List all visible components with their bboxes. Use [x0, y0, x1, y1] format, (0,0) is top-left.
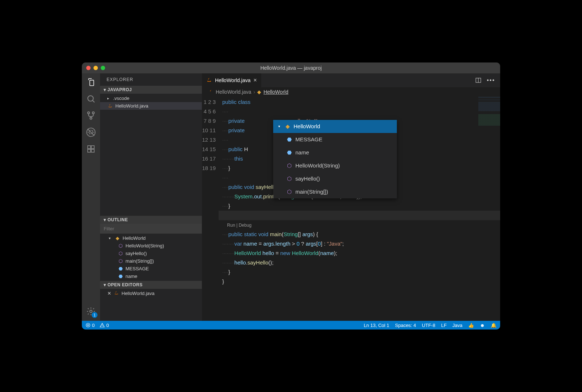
warning-count: 0	[106, 323, 109, 328]
outline-item[interactable]: ⬡sayHello()	[100, 250, 202, 257]
thumbs-up-icon[interactable]: 👍	[468, 323, 474, 328]
outline-tree: ▾ ◆ HelloWorld ⬡HelloWorld(String) ⬡sayH…	[100, 234, 202, 281]
breadcrumb-symbol: HelloWorld	[263, 89, 288, 95]
svg-point-3	[90, 117, 92, 119]
settings-badge: 1	[92, 312, 97, 318]
tab-label: HelloWorld.java	[215, 77, 251, 83]
editor-tab[interactable]: HelloWorld.java ×	[202, 73, 261, 87]
outline-item[interactable]: ⬣name	[100, 272, 202, 280]
feedback-icon[interactable]: ☻	[480, 323, 485, 328]
line-gutter: 1 2 3 4 5 6 7 8 9 10 11 12 13 14 15 16 1…	[202, 97, 222, 321]
outline-item[interactable]: ⬡HelloWorld(String)	[100, 242, 202, 250]
dropdown-item-label: MESSAGE	[295, 135, 322, 144]
window-title: HelloWorld.java — javaproj	[82, 65, 500, 71]
dropdown-item-label: HelloWorld	[294, 122, 320, 131]
outline-filter-input[interactable]	[100, 224, 202, 234]
code-area[interactable]: 1 2 3 4 5 6 7 8 9 10 11 12 13 14 15 16 1…	[202, 97, 500, 321]
close-window-button[interactable]	[86, 66, 91, 70]
dropdown-item-label: main(String[])	[295, 187, 328, 197]
status-errors[interactable]: 0	[85, 323, 95, 328]
symbol-dropdown: ▾ ◆ HelloWorld ⬣MESSAGE ⬣name ⬡HelloWorl…	[273, 120, 397, 198]
outline-item-label: name	[125, 274, 137, 279]
chevron-down-icon: ▾	[104, 87, 106, 92]
status-encoding[interactable]: UTF-8	[422, 323, 435, 328]
sidebar-title: EXPLORER	[100, 73, 202, 86]
outline-item-label: sayHello()	[125, 251, 147, 256]
status-spaces[interactable]: Spaces: 4	[395, 323, 416, 328]
dropdown-item[interactable]: ⬣MESSAGE	[273, 133, 397, 146]
minimap[interactable]	[478, 97, 500, 140]
svg-point-9	[90, 310, 92, 313]
tab-bar: HelloWorld.java × •••	[202, 73, 500, 87]
svg-rect-5	[88, 146, 91, 149]
status-eol[interactable]: LF	[441, 323, 447, 328]
status-bar: 0 0 Ln 13, Col 1 Spaces: 4 UTF-8 LF Java…	[82, 321, 500, 330]
method-icon: ⬡	[287, 187, 292, 197]
dropdown-item[interactable]: ⬡HelloWorld(String)	[273, 159, 397, 172]
class-icon: ◆	[286, 122, 290, 131]
open-editors-header[interactable]: ▾ OPEN EDITORS	[100, 281, 202, 289]
chevron-down-icon: ▾	[109, 236, 112, 240]
outline-item[interactable]: ⬡main(String[])	[100, 257, 202, 265]
open-editor-row[interactable]: ✕ HelloWorld.java	[100, 290, 202, 297]
dropdown-item[interactable]: ⬣name	[273, 146, 397, 159]
breadcrumb[interactable]: HelloWorld.java › ◆ HelloWorld	[202, 87, 500, 97]
method-icon: ⬡	[117, 258, 123, 264]
svg-point-0	[88, 96, 93, 101]
chevron-down-icon: ▾	[104, 282, 106, 287]
close-icon[interactable]: ✕	[107, 291, 111, 296]
main-area: 1 EXPLORER ▾ JAVAPROJ ▸ .vscode HelloWor…	[82, 73, 500, 321]
window-controls	[86, 66, 105, 70]
extensions-icon[interactable]	[86, 144, 96, 154]
dropdown-item[interactable]: ⬡sayHello()	[273, 172, 397, 185]
field-icon: ⬣	[287, 148, 292, 157]
close-tab-icon[interactable]: ×	[254, 77, 257, 84]
outline-item[interactable]: ⬣MESSAGE	[100, 265, 202, 272]
more-actions-icon[interactable]: •••	[487, 77, 495, 84]
outline-filter	[100, 224, 202, 234]
svg-rect-8	[91, 146, 94, 149]
chevron-right-icon: ▸	[107, 96, 111, 100]
file-row[interactable]: HelloWorld.java	[100, 102, 202, 110]
dropdown-item[interactable]: ⬡main(String[])	[273, 185, 397, 198]
maximize-window-button[interactable]	[101, 66, 105, 70]
source-control-icon[interactable]	[86, 110, 96, 121]
outline-label: OUTLINE	[108, 217, 128, 222]
codelens[interactable]: Run | Debug	[222, 223, 252, 228]
editor: HelloWorld.java × ••• HelloWorld.java › …	[202, 73, 500, 321]
error-count: 0	[92, 323, 95, 328]
minimize-window-button[interactable]	[93, 66, 98, 70]
dropdown-item-label: sayHello()	[295, 174, 320, 183]
outline-item-label: HelloWorld(String)	[125, 243, 164, 248]
java-file-icon	[107, 104, 113, 109]
titlebar: HelloWorld.java — javaproj	[82, 62, 500, 73]
breadcrumb-file: HelloWorld.java	[216, 89, 251, 95]
status-cursor[interactable]: Ln 13, Col 1	[364, 323, 389, 328]
outline-section-header[interactable]: ▾ OUTLINE	[100, 216, 202, 224]
dropdown-item-label: HelloWorld(String)	[295, 161, 340, 170]
folder-row[interactable]: ▸ .vscode	[100, 94, 202, 102]
open-editors-list: ✕ HelloWorld.java	[100, 289, 202, 298]
debug-icon[interactable]	[86, 127, 96, 137]
dropdown-item-label: name	[295, 148, 309, 157]
outline-class-row[interactable]: ▾ ◆ HelloWorld	[100, 234, 202, 242]
outline-item-label: main(String[])	[125, 258, 154, 264]
vscode-window: HelloWorld.java — javaproj	[82, 62, 500, 330]
bell-icon[interactable]: 🔔	[491, 323, 497, 328]
explorer-icon[interactable]	[86, 77, 96, 87]
status-language[interactable]: Java	[453, 323, 462, 328]
project-name: JAVAPROJ	[108, 87, 132, 92]
split-editor-icon[interactable]	[475, 77, 482, 84]
search-icon[interactable]	[86, 94, 96, 104]
dropdown-item[interactable]: ▾ ◆ HelloWorld	[273, 120, 397, 133]
activity-bar: 1	[82, 73, 100, 321]
method-icon: ⬡	[287, 174, 292, 183]
method-icon: ⬡	[117, 243, 123, 248]
folder-label: .vscode	[113, 96, 129, 101]
project-section-header[interactable]: ▾ JAVAPROJ	[100, 86, 202, 94]
field-icon: ⬣	[287, 135, 292, 144]
svg-point-1	[88, 112, 89, 114]
sidebar: EXPLORER ▾ JAVAPROJ ▸ .vscode HelloWorld…	[100, 73, 202, 321]
status-warnings[interactable]: 0	[100, 323, 109, 328]
field-icon: ⬣	[117, 274, 123, 279]
